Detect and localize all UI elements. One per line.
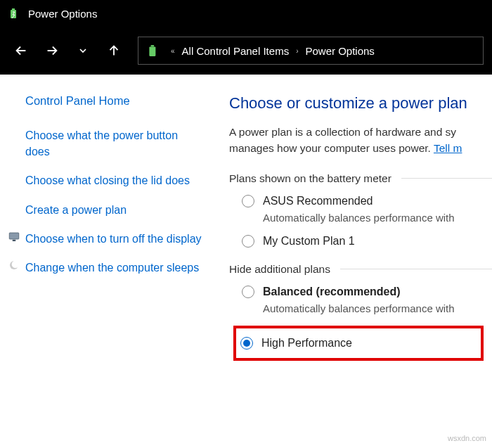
plan-asus-recommended: ASUS Recommended Automatically balances … (242, 195, 492, 224)
plans-on-meter-group: Plans shown on the battery meter ASUS Re… (229, 172, 492, 248)
navbar: « All Control Panel Items › Power Option… (0, 27, 492, 75)
group-title[interactable]: Hide additional plans (229, 263, 330, 276)
chevron-left-icon: « (171, 47, 175, 55)
chevron-right-icon: › (296, 47, 298, 55)
sidebar-link-computer-sleeps[interactable]: Change when the computer sleeps (25, 260, 204, 276)
page-title: Choose or customize a power plan (229, 94, 492, 113)
plan-name[interactable]: High Performance (261, 337, 352, 350)
plan-description: Automatically balances performance with (263, 302, 492, 314)
sidebar-link-closing-lid[interactable]: Choose what closing the lid does (25, 172, 204, 188)
back-button[interactable] (8, 38, 34, 63)
watermark: wsxdn.com (448, 434, 486, 442)
up-button[interactable] (101, 38, 127, 63)
control-panel-home-link[interactable]: Control Panel Home (25, 94, 204, 108)
battery-icon (7, 6, 21, 20)
sidebar-link-create-plan[interactable]: Create a power plan (25, 202, 204, 218)
svg-rect-4 (9, 233, 19, 239)
plan-name[interactable]: My Custom Plan 1 (263, 235, 355, 248)
main-panel: Choose or customize a power plan A power… (218, 94, 492, 376)
plan-balanced: Balanced (recommended) Automatically bal… (242, 286, 492, 314)
moon-icon (7, 260, 21, 271)
svg-rect-2 (149, 46, 155, 56)
svg-point-7 (12, 260, 20, 268)
radio-high-performance[interactable] (240, 337, 253, 350)
svg-rect-1 (12, 8, 15, 10)
radio-asus-recommended[interactable] (242, 195, 254, 207)
breadcrumb-parent[interactable]: All Control Panel Items (179, 44, 292, 58)
highlight-box: High Performance (233, 326, 484, 361)
svg-rect-3 (151, 45, 155, 46)
titlebar: Power Options (0, 0, 492, 27)
radio-balanced[interactable] (242, 286, 254, 298)
additional-plans-group: Hide additional plans Balanced (recommen… (229, 263, 492, 361)
forward-button[interactable] (39, 38, 65, 63)
tell-me-more-link[interactable]: Tell m (434, 142, 462, 154)
recent-dropdown[interactable] (70, 38, 96, 63)
battery-icon (145, 43, 161, 58)
address-bar[interactable]: « All Control Panel Items › Power Option… (138, 37, 484, 65)
group-title: Plans shown on the battery meter (229, 172, 391, 185)
monitor-icon (7, 231, 21, 243)
plan-name[interactable]: Balanced (recommended) (263, 286, 401, 298)
sidebar-link-turn-off-display[interactable]: Choose when to turn off the display (25, 231, 204, 247)
radio-my-custom[interactable] (242, 235, 254, 248)
window-title: Power Options (28, 8, 97, 20)
plan-name[interactable]: ASUS Recommended (263, 195, 373, 207)
plan-description: Automatically balances performance with (263, 212, 492, 224)
sidebar: Control Panel Home Choose what the power… (0, 94, 218, 376)
breadcrumb-current[interactable]: Power Options (302, 44, 377, 58)
svg-rect-5 (13, 240, 16, 241)
plan-my-custom: My Custom Plan 1 (242, 235, 492, 248)
page-description: A power plan is a collection of hardware… (229, 124, 492, 157)
sidebar-link-power-button[interactable]: Choose what the power button does (25, 127, 204, 160)
